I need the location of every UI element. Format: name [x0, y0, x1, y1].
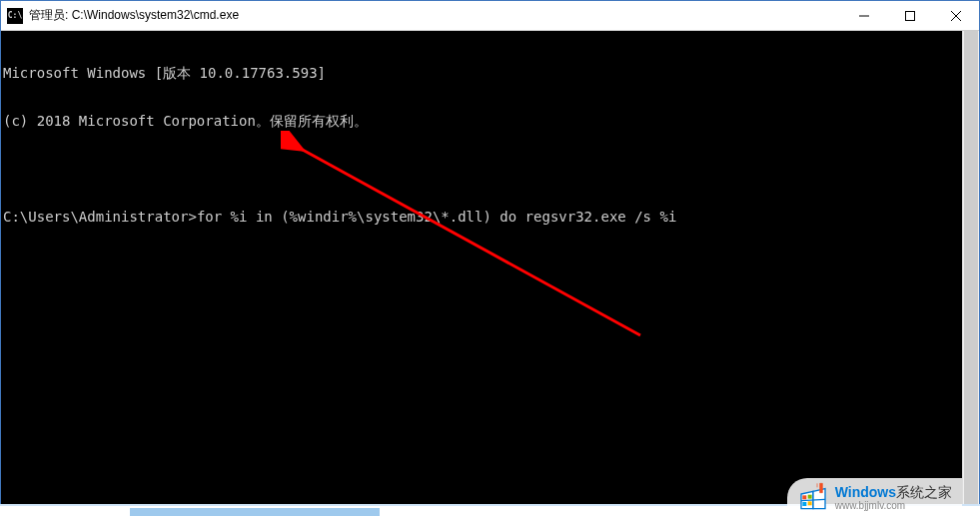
terminal[interactable]: Microsoft Windows [版本 10.0.17763.593] (c…: [1, 31, 962, 517]
window-controls: [841, 1, 979, 30]
command-input[interactable]: for %i in (%windir%\system32\*.dll) do r…: [197, 209, 676, 225]
svg-rect-7: [802, 495, 806, 499]
watermark-url: www.bjjmlv.com: [835, 500, 952, 511]
svg-rect-1: [906, 11, 915, 20]
cmd-window: C:\ 管理员: C:\Windows\system32\cmd.exe Mic…: [0, 0, 980, 518]
taskbar-fragment: [130, 508, 380, 516]
terminal-line: (c) 2018 Microsoft Corporation。保留所有权利。: [3, 113, 962, 129]
svg-rect-9: [802, 502, 806, 506]
vertical-scrollbar[interactable]: [962, 31, 979, 517]
terminal-prompt-line: C:\Users\Administrator>for %i in (%windi…: [3, 209, 962, 225]
cmd-icon: C:\: [7, 8, 23, 24]
svg-rect-10: [807, 501, 811, 505]
svg-rect-8: [807, 495, 811, 499]
terminal-area: Microsoft Windows [版本 10.0.17763.593] (c…: [1, 31, 979, 517]
watermark: Windows系统之家 www.bjjmlv.com: [787, 478, 962, 518]
scrollbar-thumb[interactable]: [964, 31, 978, 517]
minimize-button[interactable]: [841, 1, 887, 30]
window-title: 管理员: C:\Windows\system32\cmd.exe: [29, 7, 841, 24]
terminal-line: Microsoft Windows [版本 10.0.17763.593]: [3, 65, 962, 81]
prompt: C:\Users\Administrator>: [3, 209, 197, 225]
watermark-brand: Windows系统之家: [835, 485, 952, 500]
windows-logo-icon: [797, 482, 829, 514]
terminal-line: [3, 161, 962, 177]
titlebar[interactable]: C:\ 管理员: C:\Windows\system32\cmd.exe: [1, 1, 979, 31]
svg-line-5: [301, 149, 640, 335]
maximize-button[interactable]: [887, 1, 933, 30]
close-button[interactable]: [933, 1, 979, 30]
watermark-text: Windows系统之家 www.bjjmlv.com: [835, 485, 952, 511]
